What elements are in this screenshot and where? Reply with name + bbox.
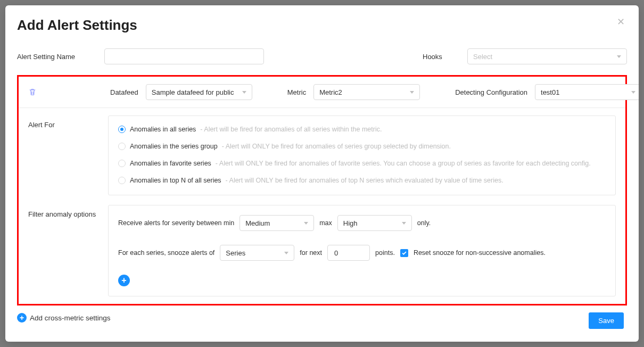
trash-icon[interactable] bbox=[28, 87, 37, 97]
chevron-down-icon bbox=[304, 222, 308, 225]
severity-max-select[interactable]: High bbox=[337, 215, 412, 231]
save-button[interactable]: Save bbox=[589, 312, 624, 329]
detecting-config-select[interactable]: test01 bbox=[535, 84, 639, 100]
alert-for-option-top-n[interactable]: Anomalies in top N of all series - Alert… bbox=[118, 177, 606, 184]
detecting-config-field: Detecting Configuration test01 bbox=[455, 84, 639, 100]
metric-select[interactable]: Metric2 bbox=[313, 84, 420, 100]
radio-title: Anomalies in top N of all series bbox=[130, 177, 221, 184]
snooze-unit-value: Series bbox=[226, 249, 245, 257]
add-alert-settings-modal: ✕ Add Alert Settings Alert Setting Name … bbox=[5, 5, 639, 342]
detecting-config-select-value: test01 bbox=[541, 88, 559, 96]
top-fields-row: Alert Setting Name Hooks Select bbox=[17, 48, 627, 64]
detecting-config-label: Detecting Configuration bbox=[455, 88, 527, 96]
severity-mid: max bbox=[319, 219, 332, 227]
plus-icon: + bbox=[17, 313, 27, 323]
snooze-unit-select[interactable]: Series bbox=[220, 245, 294, 261]
hooks-select-placeholder: Select bbox=[473, 53, 492, 61]
alert-name-label: Alert Setting Name bbox=[17, 53, 92, 61]
reset-snooze-checkbox[interactable] bbox=[400, 249, 408, 257]
metric-config-panel: Datafeed Sample datafeed for public Metr… bbox=[17, 75, 627, 305]
chevron-down-icon bbox=[242, 91, 246, 94]
alert-for-option-all-series[interactable]: Anomalies in all series - Alert will be … bbox=[118, 126, 606, 133]
chevron-down-icon bbox=[402, 222, 406, 225]
snooze-mid: for next bbox=[300, 249, 322, 257]
metric-field: Metric Metric2 bbox=[287, 84, 420, 100]
close-icon[interactable]: ✕ bbox=[617, 17, 625, 27]
alert-for-option-series-group[interactable]: Anomalies in the series group - Alert wi… bbox=[118, 143, 606, 150]
snooze-suffix: points. bbox=[375, 249, 395, 257]
alert-name-input[interactable] bbox=[104, 48, 264, 64]
radio-title: Anomalies in favorite series bbox=[130, 160, 211, 167]
datafeed-row: Datafeed Sample datafeed for public Metr… bbox=[19, 77, 625, 108]
filter-card: Receive alerts for severity between min … bbox=[108, 205, 616, 296]
severity-min-value: Medium bbox=[245, 219, 270, 227]
modal-title: Add Alert Settings bbox=[17, 17, 627, 34]
alert-for-label: Alert For bbox=[28, 115, 103, 195]
severity-suffix: only. bbox=[417, 219, 431, 227]
add-filter-button[interactable]: + bbox=[118, 275, 130, 286]
metric-label: Metric bbox=[287, 88, 306, 96]
chevron-down-icon bbox=[631, 91, 635, 94]
filter-section: Filter anomaly options Receive alerts fo… bbox=[19, 203, 625, 304]
add-cross-metric-label: Add cross-metric settings bbox=[30, 314, 111, 322]
datafeed-select-value: Sample datafeed for public bbox=[152, 88, 234, 96]
severity-max-value: High bbox=[343, 219, 358, 227]
alert-for-option-favorite[interactable]: Anomalies in favorite series - Alert wil… bbox=[118, 160, 606, 167]
radio-desc: - Alert will ONLY be fired for anomalies… bbox=[226, 177, 503, 184]
severity-line: Receive alerts for severity between min … bbox=[118, 215, 606, 231]
datafeed-label: Datafeed bbox=[110, 88, 138, 96]
snooze-points-input[interactable] bbox=[327, 245, 370, 261]
severity-prefix: Receive alerts for severity between min bbox=[118, 219, 234, 227]
radio-desc: - Alert will ONLY be fired for anomalies… bbox=[222, 143, 451, 150]
radio-icon[interactable] bbox=[118, 126, 126, 133]
radio-icon[interactable] bbox=[118, 177, 126, 184]
add-cross-metric-button[interactable]: + Add cross-metric settings bbox=[17, 313, 627, 323]
hooks-label: Hooks bbox=[423, 53, 455, 61]
radio-title: Anomalies in the series group bbox=[130, 143, 218, 150]
severity-min-select[interactable]: Medium bbox=[240, 215, 314, 231]
filter-label: Filter anomaly options bbox=[28, 205, 103, 296]
metric-select-value: Metric2 bbox=[319, 88, 342, 96]
chevron-down-icon bbox=[410, 91, 414, 94]
radio-desc: - Alert will ONLY be fired for anomalies… bbox=[216, 160, 591, 167]
chevron-down-icon bbox=[284, 252, 288, 254]
reset-snooze-label: Reset snooze for non-successive anomalie… bbox=[414, 249, 546, 257]
radio-title: Anomalies in all series bbox=[130, 126, 196, 133]
modal-backdrop: ✕ Add Alert Settings Alert Setting Name … bbox=[0, 0, 644, 347]
snooze-prefix: For each series, snooze alerts of bbox=[118, 249, 214, 257]
alert-name-input-field[interactable] bbox=[110, 52, 258, 61]
snooze-points-field[interactable] bbox=[333, 249, 364, 258]
hooks-select[interactable]: Select bbox=[467, 48, 627, 64]
radio-desc: - Alert will be fired for anomalies of a… bbox=[200, 126, 382, 133]
datafeed-field: Datafeed Sample datafeed for public bbox=[110, 84, 252, 100]
snooze-line: For each series, snooze alerts of Series… bbox=[118, 245, 606, 261]
radio-icon[interactable] bbox=[118, 160, 126, 167]
chevron-down-icon bbox=[617, 55, 621, 58]
radio-icon[interactable] bbox=[118, 143, 126, 150]
alert-for-section: Alert For Anomalies in all series - Aler… bbox=[19, 108, 625, 203]
alert-for-card: Anomalies in all series - Alert will be … bbox=[108, 115, 616, 195]
datafeed-select[interactable]: Sample datafeed for public bbox=[146, 84, 252, 100]
